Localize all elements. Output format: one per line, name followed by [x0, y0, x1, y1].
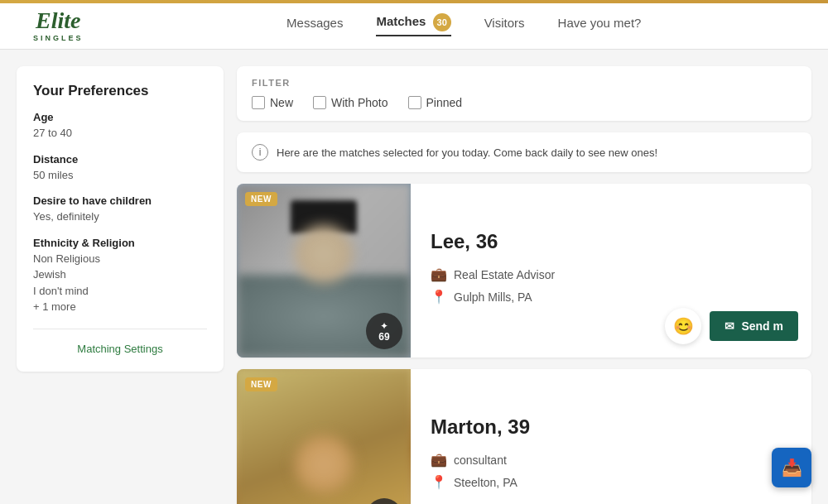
- location-icon-marton: 📍: [431, 474, 447, 490]
- filter-new-checkbox[interactable]: [252, 96, 265, 109]
- card-job-text-marton: consultant: [454, 454, 507, 467]
- pref-children-label: Desire to have children: [33, 194, 207, 207]
- card-job-text-lee: Real Estate Advisor: [454, 268, 555, 281]
- nav-item-haveyoumet[interactable]: Have you met?: [558, 16, 642, 33]
- filter-photo-checkbox[interactable]: [313, 96, 326, 109]
- filter-new-label: New: [270, 96, 293, 109]
- content-area: FILTER New With Photo Pinned i Here are …: [237, 66, 811, 504]
- briefcase-icon-lee: 💼: [431, 266, 447, 282]
- pref-ethnicity-label: Ethnicity & Religion: [33, 237, 207, 249]
- card-new-badge-marton: NEW: [245, 377, 277, 391]
- card-name-marton[interactable]: Marton, 39: [431, 415, 795, 439]
- nav-item-matches-label: Matches: [376, 13, 426, 27]
- filter-with-photo[interactable]: With Photo: [313, 96, 388, 109]
- pref-ethnicity-value: Non ReligiousJewishI don't mind+ 1 more: [33, 251, 207, 315]
- score-number-lee: 69: [378, 332, 389, 342]
- card-job-lee: 💼 Real Estate Advisor: [431, 266, 795, 282]
- card-name-lee[interactable]: Lee, 36: [431, 230, 795, 253]
- main-nav: Messages Matches 30 Visitors Have you me…: [286, 13, 641, 36]
- pref-age-value: 27 to 40: [33, 125, 207, 142]
- smile-button-lee[interactable]: 😊: [665, 308, 701, 344]
- card-new-badge-lee: NEW: [245, 192, 277, 206]
- sidebar-title: Your Preferences: [33, 83, 207, 99]
- sidebar: Your Preferences Age 27 to 40 Distance 5…: [17, 66, 224, 372]
- pref-age: Age 27 to 40: [33, 111, 207, 142]
- matching-settings-link[interactable]: Matching Settings: [33, 343, 207, 355]
- card-location-text-marton: Steelton, PA: [454, 476, 518, 489]
- send-label-lee: Send m: [741, 319, 783, 333]
- info-icon: i: [252, 144, 268, 161]
- filter-photo-label: With Photo: [331, 96, 388, 109]
- logo[interactable]: Elite SINGLES: [33, 7, 84, 42]
- card-location-text-lee: Gulph Mills, PA: [454, 290, 532, 304]
- pref-distance-label: Distance: [33, 153, 207, 166]
- filter-options: New With Photo Pinned: [252, 96, 797, 109]
- pref-age-label: Age: [33, 111, 207, 123]
- info-banner-text: Here are the matches selected for you to…: [277, 146, 657, 159]
- card-job-marton: 💼 consultant: [431, 452, 795, 468]
- filter-label: FILTER: [252, 78, 797, 88]
- pref-distance: Distance 50 miles: [33, 153, 207, 184]
- card-location-lee: 📍 Gulph Mills, PA: [431, 289, 795, 305]
- header: Elite SINGLES Messages Matches 30 Visito…: [0, 0, 828, 50]
- card-actions-lee: 😊 ✉ Send m: [665, 308, 798, 344]
- logo-sub: SINGLES: [33, 34, 84, 42]
- widget-icon: 📥: [782, 458, 802, 478]
- card-image-lee[interactable]: NEW ✦ 69: [237, 184, 411, 358]
- nav-item-messages[interactable]: Messages: [286, 16, 343, 33]
- filter-pinned-checkbox[interactable]: [408, 96, 421, 109]
- floating-widget[interactable]: 📥: [772, 448, 811, 487]
- filter-pinned-label: Pinned: [426, 96, 463, 109]
- pref-children: Desire to have children Yes, definitely: [33, 194, 207, 225]
- info-banner: i Here are the matches selected for you …: [237, 132, 811, 172]
- card-info-marton: Marton, 39 💼 consultant 📍 Steelton, PA: [411, 369, 811, 504]
- filter-bar: FILTER New With Photo Pinned: [237, 66, 811, 121]
- main-layout: Your Preferences Age 27 to 40 Distance 5…: [0, 50, 828, 504]
- briefcase-icon-marton: 💼: [431, 452, 447, 468]
- card-location-marton: 📍 Steelton, PA: [431, 474, 795, 490]
- pref-distance-value: 50 miles: [33, 167, 207, 184]
- card-score-lee: ✦ 69: [366, 313, 402, 349]
- filter-pinned[interactable]: Pinned: [408, 96, 463, 109]
- card-image-marton[interactable]: NEW ✦ 79: [237, 369, 411, 504]
- matches-badge: 30: [433, 13, 451, 31]
- nav-item-matches[interactable]: Matches 30: [376, 13, 450, 36]
- profile-card-lee: NEW ✦ 69 Lee, 36 💼 Real Estate Advisor 📍…: [237, 184, 811, 358]
- logo-text: Elite: [36, 7, 80, 34]
- score-icon-lee: ✦: [380, 320, 388, 332]
- top-bar: [0, 0, 828, 3]
- nav-item-visitors[interactable]: Visitors: [484, 16, 525, 33]
- pref-children-value: Yes, definitely: [33, 209, 207, 225]
- location-icon-lee: 📍: [431, 289, 447, 305]
- send-icon-lee: ✉: [724, 319, 734, 333]
- profile-card-marton: NEW ✦ 79 Marton, 39 💼 consultant 📍 Steel…: [237, 369, 811, 504]
- sidebar-divider: [33, 329, 207, 329]
- filter-new[interactable]: New: [252, 96, 293, 109]
- pref-ethnicity: Ethnicity & Religion Non ReligiousJewish…: [33, 237, 207, 315]
- send-button-lee[interactable]: ✉ Send m: [710, 311, 798, 341]
